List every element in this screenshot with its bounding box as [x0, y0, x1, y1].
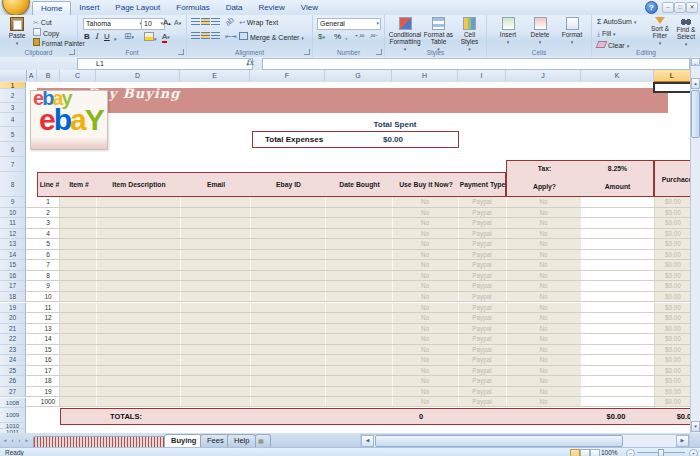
formula-bar-expand-button[interactable]: ⌄ — [691, 58, 700, 66]
purchase-cell[interactable]: $0.00 — [654, 271, 690, 281]
row-header-13[interactable]: 13 — [0, 239, 26, 250]
row-header-3[interactable]: 3 — [0, 103, 26, 113]
conditional-formatting-button[interactable]: Conditional Formatting▾ — [388, 17, 422, 53]
first-sheet-button[interactable]: « — [2, 435, 9, 445]
row-header-23[interactable]: 23 — [0, 345, 26, 356]
insert-cells-button[interactable]: Insert▾ — [493, 17, 523, 46]
line-number-cell[interactable]: 1000 — [37, 397, 60, 406]
purchase-cell[interactable]: $0.00 — [654, 376, 690, 386]
column-header-K[interactable]: K — [581, 70, 654, 81]
apply-cell[interactable]: No — [506, 218, 581, 228]
payment-type-cell[interactable]: Paypal — [458, 229, 506, 239]
select-all-corner[interactable] — [0, 70, 27, 81]
payment-type-cell[interactable]: Paypal — [458, 313, 506, 323]
row-header-24[interactable]: 24 — [0, 355, 26, 366]
fill-color-button[interactable]: ▾ — [144, 32, 157, 44]
scroll-left-icon[interactable]: ◀ — [361, 435, 374, 447]
apply-cell[interactable]: No — [506, 250, 581, 260]
line-number-cell[interactable]: 9 — [37, 281, 60, 291]
row-header-27[interactable]: 27 — [0, 387, 26, 398]
payment-type-cell[interactable]: Paypal — [458, 281, 506, 291]
number-dialog-launcher[interactable] — [376, 49, 382, 55]
wrap-text-button[interactable]: ↩ Wrap Text — [239, 18, 278, 27]
line-number-cell[interactable]: 19 — [37, 387, 60, 397]
payment-type-cell[interactable]: Paypal — [458, 271, 506, 281]
sheet-tab-help[interactable]: Help — [227, 434, 256, 447]
percent-style-button[interactable]: % — [334, 32, 341, 41]
payment-type-cell[interactable]: Paypal — [458, 260, 506, 270]
purchase-cell[interactable]: $0.00 — [654, 197, 690, 207]
column-header-D[interactable]: D — [96, 70, 180, 81]
sort-filter-button[interactable]: Sort & Filter▾ — [647, 17, 673, 47]
payment-type-cell[interactable]: Paypal — [458, 208, 506, 218]
use-buy-it-now-cell[interactable]: No — [392, 387, 458, 397]
purchase-cell[interactable]: $0.00 — [654, 334, 690, 344]
name-box[interactable]: L1 ▾ — [77, 58, 253, 70]
column-header-E[interactable]: E — [180, 70, 250, 81]
formula-input[interactable] — [262, 58, 690, 70]
payment-type-cell[interactable]: Paypal — [458, 355, 506, 365]
page-layout-view-button[interactable] — [580, 449, 590, 456]
line-number-cell[interactable]: 3 — [37, 218, 60, 228]
line-number-cell[interactable]: 8 — [37, 271, 60, 281]
delete-cells-button[interactable]: Delete▾ — [525, 17, 555, 46]
scroll-right-icon[interactable]: ▶ — [676, 435, 689, 447]
horizontal-scroll-thumb[interactable] — [375, 435, 623, 447]
row-header-18[interactable]: 18 — [0, 292, 26, 303]
use-buy-it-now-cell[interactable]: No — [392, 239, 458, 249]
font-name-select[interactable]: Tahoma▾ — [83, 18, 144, 30]
restore-button[interactable]: □ — [674, 2, 686, 13]
next-sheet-button[interactable]: › — [16, 435, 23, 445]
row-header-1008[interactable]: 1008 — [0, 398, 26, 408]
office-button[interactable] — [2, 0, 30, 16]
use-buy-it-now-cell[interactable]: No — [392, 197, 458, 207]
use-buy-it-now-cell[interactable]: No — [392, 366, 458, 376]
line-number-cell[interactable]: 17 — [37, 366, 60, 376]
sheet-tab-buying[interactable]: Buying — [164, 434, 203, 447]
payment-type-cell[interactable]: Paypal — [458, 292, 506, 302]
cut-button[interactable]: ✂ Cut — [33, 18, 52, 27]
column-header-C[interactable]: C — [60, 70, 96, 81]
apply-cell[interactable]: No — [506, 292, 581, 302]
row-header-2[interactable]: 2 — [0, 89, 26, 103]
use-buy-it-now-cell[interactable]: No — [392, 250, 458, 260]
use-buy-it-now-cell[interactable]: No — [392, 397, 458, 406]
italic-button[interactable]: I — [95, 32, 98, 41]
line-number-cell[interactable]: 5 — [37, 239, 60, 249]
borders-button[interactable]: ⊞▾ — [124, 32, 134, 42]
row-header-1009[interactable]: 1009 — [0, 408, 26, 424]
row-header-8[interactable]: 8 — [0, 172, 26, 197]
purchase-cell[interactable]: $0.00 — [654, 229, 690, 239]
zoom-out-icon[interactable]: − — [626, 449, 635, 456]
row-header-19[interactable]: 19 — [0, 303, 26, 314]
column-header-G[interactable]: G — [325, 70, 392, 81]
apply-cell[interactable]: No — [506, 303, 581, 313]
use-buy-it-now-cell[interactable]: No — [392, 208, 458, 218]
insert-worksheet-tab[interactable]: ▦ — [255, 434, 271, 447]
line-number-cell[interactable]: 10 — [37, 292, 60, 302]
column-header-L[interactable]: L — [654, 70, 691, 82]
ribbon-tab-formulas[interactable]: Formulas — [168, 1, 217, 16]
ribbon-tab-review[interactable]: Review — [251, 1, 293, 16]
purchase-cell[interactable]: $0.00 — [654, 292, 690, 302]
row-header-1[interactable]: 1 — [0, 82, 26, 89]
row-header-10[interactable]: 10 — [0, 208, 26, 219]
font-size-select[interactable]: 10▾ — [141, 18, 165, 30]
apply-cell[interactable]: No — [506, 397, 581, 406]
use-buy-it-now-cell[interactable]: No — [392, 355, 458, 365]
use-buy-it-now-cell[interactable]: No — [392, 324, 458, 334]
format-as-table-button[interactable]: Format as Table▾ — [423, 17, 454, 53]
purchase-cell[interactable]: $0.00 — [654, 345, 690, 355]
line-number-cell[interactable]: 6 — [37, 250, 60, 260]
purchase-cell[interactable]: $0.00 — [654, 218, 690, 228]
close-button[interactable]: ✕ — [686, 2, 698, 13]
underline-button[interactable]: U — [104, 32, 110, 41]
use-buy-it-now-cell[interactable]: No — [392, 281, 458, 291]
row-header-9[interactable]: 9 — [0, 197, 26, 208]
purchase-cell[interactable]: $0.00 — [654, 324, 690, 334]
apply-cell[interactable]: No — [506, 229, 581, 239]
line-number-cell[interactable]: 16 — [37, 355, 60, 365]
row-header-4[interactable]: 4 — [0, 113, 26, 127]
row-header-11[interactable]: 11 — [0, 218, 26, 229]
use-buy-it-now-cell[interactable]: No — [392, 313, 458, 323]
